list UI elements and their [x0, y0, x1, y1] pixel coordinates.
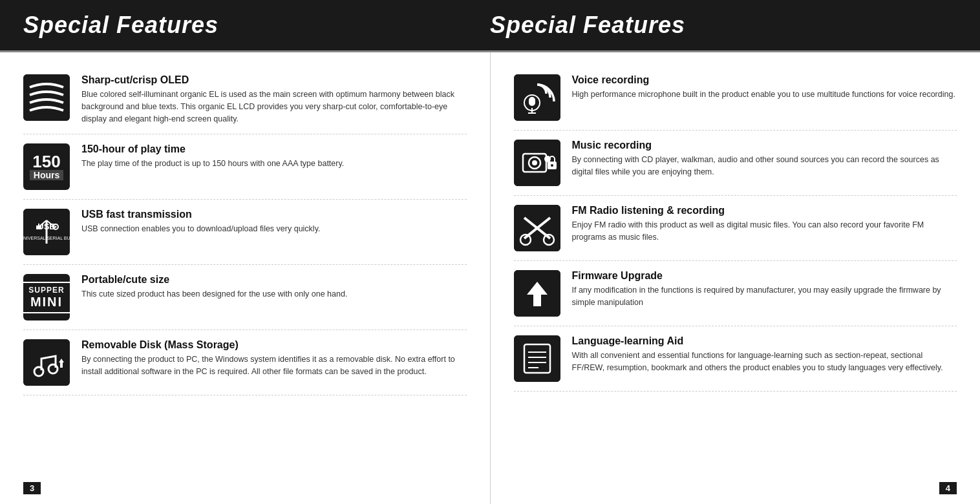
svg-rect-7	[36, 226, 41, 229]
feature-oled: Sharp-cut/crisp OLED Blue colored self-i…	[23, 65, 467, 134]
right-page-footer: 4	[514, 477, 957, 494]
language-title: Language-learning Aid	[572, 335, 957, 347]
language-icon	[514, 335, 560, 382]
playtime-text: 150-hour of play time The play time of t…	[81, 143, 467, 170]
header-right: Special Features	[490, 12, 957, 39]
svg-rect-34	[514, 335, 560, 382]
page-header: Special Features Special Features	[0, 0, 980, 52]
firmware-title: Firmware Upgrade	[572, 270, 957, 282]
fm-desc: Enjoy FM radio with this product as well…	[572, 219, 957, 244]
right-page-title: Special Features	[490, 12, 685, 39]
svg-rect-17	[529, 97, 535, 106]
firmware-desc: If any modification in the functions is …	[572, 284, 957, 309]
left-page-footer: 3	[23, 477, 467, 494]
disk-icon	[23, 339, 70, 386]
playtime-title: 150-hour of play time	[81, 143, 467, 155]
header-left: Special Features	[23, 12, 490, 39]
right-page-number: 4	[939, 482, 957, 494]
svg-rect-14	[60, 362, 63, 368]
playtime-icon: 150 Hours	[23, 143, 70, 190]
voice-icon	[514, 74, 560, 121]
portable-title: Portable/cute size	[81, 274, 467, 286]
oled-icon	[23, 74, 70, 121]
disk-desc: By connecting the product to PC, the Win…	[81, 353, 467, 378]
music-title: Music recording	[572, 140, 957, 151]
portable-text: Portable/cute size This cute sized produ…	[81, 274, 467, 300]
firmware-text: Firmware Upgrade If any modification in …	[572, 270, 957, 309]
svg-point-26	[551, 164, 553, 167]
playtime-desc: The play time of the product is up to 15…	[81, 158, 467, 170]
fm-title: FM Radio listening & recording	[572, 205, 957, 216]
fm-icon	[514, 205, 560, 251]
firmware-icon	[514, 270, 560, 317]
disk-title: Removable Disk (Mass Storage)	[81, 339, 467, 351]
left-page-title: Special Features	[23, 12, 218, 39]
feature-disk: Removable Disk (Mass Storage) By connect…	[23, 330, 467, 395]
svg-point-23	[532, 160, 537, 165]
svg-point-9	[55, 226, 57, 228]
voice-desc: High performance microphone built in the…	[572, 89, 957, 101]
feature-firmware: Firmware Upgrade If any modification in …	[514, 261, 957, 326]
voice-text: Voice recording High performance microph…	[572, 74, 957, 101]
main-content: Sharp-cut/crisp OLED Blue colored self-i…	[0, 52, 980, 504]
fm-text: FM Radio listening & recording Enjoy FM …	[572, 205, 957, 244]
language-text: Language-learning Aid With all convenien…	[572, 335, 957, 374]
feature-voice: Voice recording High performance microph…	[514, 65, 957, 131]
feature-music: Music recording By connecting with CD pl…	[514, 131, 957, 196]
portable-desc: This cute sized product has been designe…	[81, 288, 467, 300]
music-text: Music recording By connecting with CD pl…	[572, 140, 957, 178]
voice-title: Voice recording	[572, 74, 957, 86]
feature-playtime: 150 Hours 150-hour of play time The play…	[23, 134, 467, 200]
feature-fm: FM Radio listening & recording Enjoy FM …	[514, 196, 957, 261]
usb-title: USB fast transmission	[81, 209, 467, 220]
feature-usb: USB UNIVERSAL SERIAL BUS USB fast transm…	[23, 200, 467, 265]
left-page-number: 3	[23, 482, 41, 494]
svg-rect-0	[23, 74, 70, 121]
oled-title: Sharp-cut/crisp OLED	[81, 74, 467, 86]
feature-language: Language-learning Aid With all convenien…	[514, 326, 957, 392]
feature-portable: SUPPER MINI Portable/cute size This cute…	[23, 265, 467, 330]
portable-icon: SUPPER MINI	[23, 274, 70, 320]
music-icon	[514, 140, 560, 186]
usb-icon: USB UNIVERSAL SERIAL BUS	[23, 209, 70, 255]
disk-text: Removable Disk (Mass Storage) By connect…	[81, 339, 467, 378]
usb-text: USB fast transmission USB connection ena…	[81, 209, 467, 235]
left-page: Sharp-cut/crisp OLED Blue colored self-i…	[0, 52, 491, 504]
right-page: Voice recording High performance microph…	[491, 52, 981, 504]
music-desc: By connecting with CD player, walkman, a…	[572, 154, 957, 178]
language-desc: With all convenient and essential functi…	[572, 350, 957, 374]
oled-desc: Blue colored self-illuminant organic EL …	[81, 89, 467, 125]
usb-desc: USB connection enables you to download/u…	[81, 223, 467, 235]
oled-text: Sharp-cut/crisp OLED Blue colored self-i…	[81, 74, 467, 125]
